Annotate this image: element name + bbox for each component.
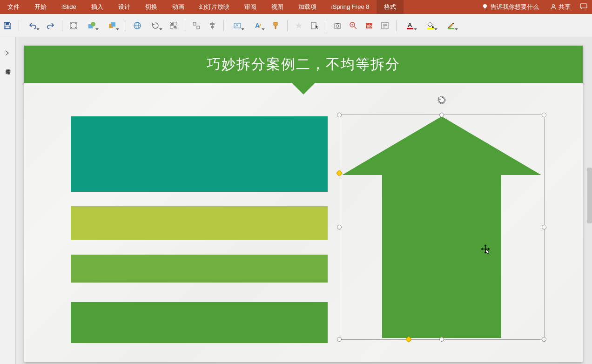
selection-pane-button[interactable]	[309, 20, 320, 31]
shape-outline-button[interactable]	[443, 20, 459, 31]
arrange-button[interactable]	[104, 20, 120, 31]
zoom-button[interactable]	[348, 20, 359, 31]
tell-me-label: 告诉我你想要什么	[491, 3, 539, 11]
tab-animations[interactable]: 动画	[165, 0, 192, 14]
fill-icon	[426, 21, 435, 30]
ungroup-icon	[192, 21, 201, 30]
arrange-icon	[108, 21, 116, 30]
svg-rect-42	[407, 28, 413, 29]
svg-rect-1	[580, 4, 587, 8]
comments-button[interactable]	[575, 3, 592, 11]
chevron-down-icon	[116, 28, 119, 30]
svg-rect-27	[311, 22, 316, 29]
tab-home[interactable]: 开始	[27, 0, 54, 14]
tab-slideshow[interactable]: 幻灯片放映	[192, 0, 237, 14]
svg-rect-18	[174, 26, 176, 28]
align-icon	[208, 21, 216, 30]
macro-button[interactable]	[379, 20, 390, 31]
content-bar-2[interactable]	[71, 206, 328, 240]
tab-transitions[interactable]: 切换	[138, 0, 165, 14]
svg-point-8	[75, 27, 76, 28]
undo-icon	[28, 22, 37, 29]
up-arrow-shape[interactable]	[342, 116, 541, 338]
arrow-icon	[342, 116, 541, 338]
chevron-down-icon	[95, 28, 99, 30]
spell-check-button[interactable]: abc	[363, 20, 375, 31]
vertical-scrollbar[interactable]	[587, 168, 592, 223]
screenshot-button[interactable]	[332, 20, 343, 31]
texteffects-icon: A	[254, 21, 262, 30]
content-bar-1[interactable]	[71, 116, 328, 192]
font-color-button[interactable]: A	[402, 20, 418, 31]
text-box-button[interactable]: A	[229, 20, 245, 31]
tab-review[interactable]: 审阅	[237, 0, 264, 14]
group-button[interactable]	[168, 20, 179, 31]
animation-button[interactable]	[293, 20, 304, 31]
redo-button[interactable]	[45, 20, 56, 31]
svg-point-5	[71, 23, 72, 24]
selection-icon	[310, 21, 319, 30]
outline-icon	[447, 21, 455, 30]
text-effects-button[interactable]: A	[250, 20, 266, 31]
touch-icon	[69, 21, 78, 30]
shape-fill-button[interactable]	[423, 20, 438, 31]
svg-rect-3	[5, 26, 10, 28]
separator	[185, 20, 185, 31]
tab-ispring[interactable]: iSpring Free 8	[324, 0, 377, 14]
svg-rect-12	[111, 22, 115, 27]
svg-rect-19	[193, 22, 196, 25]
tab-design[interactable]: 设计	[111, 0, 138, 14]
svg-rect-44	[448, 28, 454, 29]
share-button[interactable]: 共享	[545, 0, 575, 14]
svg-point-10	[91, 22, 95, 27]
separator	[287, 20, 288, 31]
tab-islide[interactable]: iSlide	[54, 0, 84, 14]
tab-insert[interactable]: 插入	[84, 0, 111, 14]
format-painter-button[interactable]	[270, 20, 282, 31]
shapes-button[interactable]	[84, 20, 100, 31]
slide-title-text: 巧妙拆分案例二，不均等拆分	[207, 55, 400, 74]
svg-rect-30	[336, 23, 339, 24]
align-button[interactable]	[207, 20, 218, 31]
svg-rect-2	[6, 22, 9, 25]
ribbon-tab-bar: 文件 开始 iSlide 插入 设计 切换 动画 幻灯片放映 审阅 视图 加载项…	[0, 0, 592, 14]
spellcheck-icon: abc	[365, 21, 373, 30]
svg-text:A: A	[235, 23, 238, 28]
tab-addins[interactable]: 加载项	[291, 0, 324, 14]
hyperlink-button[interactable]	[132, 20, 143, 31]
chevron-down-icon	[241, 28, 244, 30]
tab-file[interactable]: 文件	[0, 0, 27, 14]
textbox-icon: A	[233, 21, 242, 30]
svg-point-29	[336, 25, 339, 27]
content-bar-3[interactable]	[71, 255, 328, 283]
svg-rect-20	[197, 26, 200, 29]
comment-icon	[580, 3, 587, 10]
main-editing-area: 缩略图 巧妙拆分案例二，不均等拆分	[0, 37, 592, 364]
chevron-down-icon	[36, 28, 40, 30]
chevron-right-icon[interactable]	[5, 50, 9, 56]
svg-line-32	[354, 27, 357, 29]
rotate-button[interactable]	[148, 20, 163, 31]
slide-canvas[interactable]: 巧妙拆分案例二，不均等拆分	[24, 46, 583, 362]
group-icon	[169, 21, 178, 30]
svg-rect-43	[427, 28, 434, 29]
ungroup-button[interactable]	[191, 20, 202, 31]
undo-button[interactable]	[25, 20, 40, 31]
separator	[126, 20, 126, 31]
tab-view[interactable]: 视图	[264, 0, 291, 14]
slide-title-band: 巧妙拆分案例二，不均等拆分	[24, 46, 583, 83]
thumbnail-pane[interactable]: 缩略图	[0, 37, 16, 364]
redo-icon	[47, 22, 55, 29]
save-button[interactable]	[2, 20, 13, 31]
touch-mode-button[interactable]	[68, 20, 79, 31]
person-icon	[550, 4, 557, 10]
chevron-down-icon	[159, 28, 162, 30]
camera-icon	[333, 21, 342, 30]
tell-me-search[interactable]: 告诉我你想要什么	[475, 0, 545, 14]
content-bar-4[interactable]	[71, 302, 328, 343]
title-pointer-triangle	[292, 83, 315, 94]
shapes-icon	[87, 21, 96, 30]
svg-rect-17	[171, 23, 174, 26]
svg-point-7	[71, 27, 72, 28]
tab-format[interactable]: 格式	[377, 0, 404, 14]
